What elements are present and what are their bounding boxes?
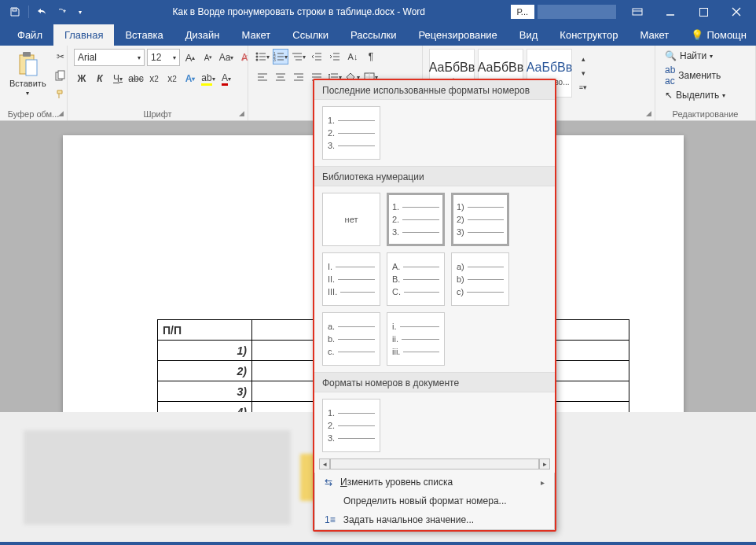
numbering-thumb-123paren[interactable]: 1) 2) 3)	[451, 193, 509, 246]
numbering-thumb-123dot[interactable]: 1. 2. 3.	[387, 193, 445, 246]
numbering-thumb-lower-roman[interactable]: i. ii. iii.	[387, 312, 445, 366]
copy-icon[interactable]	[53, 68, 68, 83]
strikethrough-icon[interactable]: abc	[128, 71, 144, 87]
styles-launcher-icon[interactable]: ◢	[646, 109, 651, 117]
define-new-format[interactable]: Определить новый формат номера...	[315, 492, 554, 510]
numbering-thumb-recent-1[interactable]: 1. 2. 3.	[322, 106, 380, 160]
scroll-left-icon[interactable]: ◂	[319, 458, 330, 470]
tab-insert[interactable]: Вставка	[114, 24, 174, 46]
maximize-icon[interactable]	[687, 0, 720, 24]
change-list-level[interactable]: ⇆ Изменить уровень списка Изменить урове…	[315, 473, 554, 492]
tab-file[interactable]: Файл	[6, 24, 53, 46]
numbering-icon[interactable]: 123▾	[273, 49, 288, 64]
search-icon: 🔍	[665, 50, 677, 61]
paste-icon	[17, 50, 39, 77]
styles-more-icon[interactable]: ≡▾	[575, 80, 591, 94]
clipboard-launcher-icon[interactable]: ◢	[58, 109, 64, 117]
window-title: Как в Ворде пронумеровать строки в табли…	[87, 6, 511, 17]
title-bar: ▾ Как в Ворде пронумеровать строки в таб…	[0, 0, 756, 24]
superscript-icon[interactable]: x2	[164, 71, 180, 87]
svg-rect-5	[26, 60, 37, 75]
increase-indent-icon[interactable]	[327, 49, 343, 64]
align-right-icon[interactable]	[291, 69, 306, 85]
svg-point-8	[256, 53, 259, 55]
font-size-select[interactable]: 12▾	[147, 49, 180, 66]
font-name-select[interactable]: Arial▾	[74, 49, 145, 66]
bulb-icon: 💡	[691, 29, 703, 41]
subscript-icon[interactable]: x2	[146, 71, 162, 87]
bold-icon[interactable]: Ж	[74, 71, 90, 87]
cut-icon[interactable]: ✂	[53, 49, 68, 64]
replace-icon: abac	[665, 64, 675, 87]
tab-design[interactable]: Дизайн	[174, 24, 231, 46]
numbering-thumb-lower-letter[interactable]: a. b. c.	[322, 312, 380, 366]
group-clipboard: Вставить ▾ ✂ Буфер обм... ◢	[0, 46, 68, 120]
save-icon[interactable]	[8, 5, 22, 19]
redo-icon[interactable]	[54, 5, 68, 19]
svg-point-9	[256, 56, 259, 58]
tab-home[interactable]: Главная	[53, 24, 114, 46]
grow-font-icon[interactable]: A▴	[182, 50, 198, 65]
font-color-icon[interactable]: A▾	[218, 71, 234, 87]
svg-rect-1	[633, 9, 642, 15]
qat-customize-icon[interactable]: ▾	[73, 5, 87, 19]
underline-icon[interactable]: Ч▾	[110, 71, 126, 87]
tab-review[interactable]: Рецензирование	[407, 24, 508, 46]
ribbon-tabs: Файл Главная Вставка Дизайн Макет Ссылки…	[0, 24, 756, 46]
styles-up-icon[interactable]: ▴	[575, 52, 591, 66]
window-buttons	[621, 0, 753, 24]
highlight-icon[interactable]: ab▾	[200, 71, 216, 87]
numbering-thumb-upper-letter[interactable]: A. B. C.	[387, 252, 445, 306]
list-start-icon: 1≡	[325, 514, 336, 525]
find-button[interactable]: 🔍Найти▾	[665, 50, 725, 61]
section-document: Форматы номеров в документе	[314, 372, 555, 392]
scroll-right-icon[interactable]: ▸	[539, 458, 550, 470]
svg-rect-7	[58, 71, 64, 79]
section-library: Библиотека нумерации	[314, 166, 555, 186]
undo-icon[interactable]	[35, 5, 50, 19]
tab-references[interactable]: Ссылки	[281, 24, 339, 46]
group-font: Arial▾ 12▾ A▴ A▾ Aa▾ A̷ Ж К Ч▾ abc x2 x2…	[68, 46, 248, 120]
align-center-icon[interactable]	[273, 69, 288, 85]
cursor-icon: ↖	[665, 90, 673, 101]
align-left-icon[interactable]	[255, 69, 270, 85]
svg-rect-4	[23, 52, 31, 57]
ribbon-display-icon[interactable]	[621, 0, 654, 24]
select-button[interactable]: ↖Выделить▾	[665, 90, 725, 101]
numbering-thumb-none[interactable]: нет	[322, 193, 380, 246]
replace-button[interactable]: abacЗаменить	[665, 64, 725, 87]
chevron-right-icon: ▸	[541, 478, 545, 487]
multilevel-icon[interactable]: ▾	[291, 49, 306, 64]
show-marks-icon[interactable]: ¶	[363, 49, 379, 64]
tab-layout[interactable]: Макет	[230, 24, 281, 46]
minimize-icon[interactable]	[654, 0, 687, 24]
italic-icon[interactable]: К	[92, 71, 108, 87]
change-case-icon[interactable]: Aa▾	[218, 50, 234, 65]
tab-table-design[interactable]: Конструктор	[549, 24, 629, 46]
svg-point-10	[256, 59, 259, 61]
contextual-tab-group: Р...	[511, 5, 534, 19]
styles-down-icon[interactable]: ▾	[575, 66, 591, 80]
group-editing: 🔍Найти▾ abacЗаменить ↖Выделить▾ Редактир…	[655, 46, 756, 120]
numbering-thumb-doc-1[interactable]: 1. 2. 3.	[322, 399, 380, 452]
tab-view[interactable]: Вид	[508, 24, 549, 46]
bullets-icon[interactable]: ▾	[255, 49, 270, 64]
font-launcher-icon[interactable]: ◢	[239, 109, 244, 117]
tab-mailings[interactable]: Рассылки	[339, 24, 407, 46]
decrease-indent-icon[interactable]	[309, 49, 325, 64]
numbering-menu: ⇆ Изменить уровень списка Изменить урове…	[314, 473, 555, 530]
shrink-font-icon[interactable]: A▾	[200, 50, 216, 65]
set-numbering-value[interactable]: 1≡ Задать начальное значение...	[315, 510, 554, 529]
contextual-tab-placeholder	[538, 5, 616, 19]
format-painter-icon[interactable]	[53, 87, 68, 102]
scroll-track[interactable]	[330, 458, 539, 470]
close-icon[interactable]	[720, 0, 753, 24]
text-effects-icon[interactable]: A▾	[182, 71, 198, 87]
numbering-thumb-roman[interactable]: I. II. III.	[322, 252, 380, 306]
numbering-thumb-lower-paren[interactable]: a) b) c)	[451, 252, 509, 306]
svg-rect-2	[699, 8, 707, 16]
tab-table-layout[interactable]: Макет	[629, 24, 680, 46]
paste-button[interactable]: Вставить ▾	[6, 49, 50, 98]
tell-me[interactable]: 💡Помощн	[680, 24, 756, 46]
sort-icon[interactable]: A↓	[345, 49, 361, 64]
